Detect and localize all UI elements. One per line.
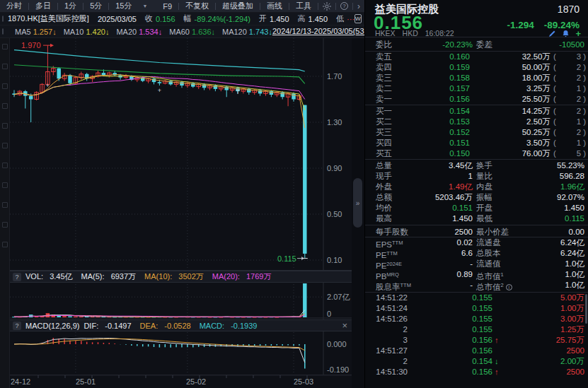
indicator-help-icon[interactable]: ? (13, 273, 21, 281)
bid-row-3-price: 0.152 (406, 127, 470, 138)
bid-list: 买一0.15414.25万(2)买二0.1532.50万(1)买三0.15250… (365, 106, 588, 159)
svg-text:T: T (236, 88, 240, 95)
ask-row-5-label: 卖五 (376, 52, 392, 62)
ask-row-1-price: 0.156 (406, 94, 470, 105)
tick-time: 14:51:30 (371, 367, 408, 377)
vol-value: 3.45亿 (50, 272, 72, 281)
dea-value: -0.0528 (164, 322, 190, 330)
tick-row: 20.154↓2.00万 (365, 356, 588, 367)
stat-value: 2500 (404, 227, 473, 237)
weibi-label: 委比 (376, 40, 392, 50)
draw-line-button[interactable]: 画线 (260, 1, 289, 11)
close-pane-icon[interactable]: × (342, 320, 347, 331)
settings-gear-icon[interactable] (318, 2, 335, 11)
main-chart[interactable]: 1.701.300.900.500.102.07亿00.000-0.1901.9… (10, 38, 352, 388)
stat-value: 6.6 (404, 248, 473, 259)
help-icon[interactable]: ? (336, 2, 352, 10)
expand-chevron-icon[interactable]: › (353, 1, 364, 11)
interval-dropdown-icon[interactable]: ▼ (139, 4, 152, 8)
ma60-value: 1.636↓ (192, 28, 215, 36)
bid-row-5[interactable]: 买五0.15076.00万(5) (365, 148, 588, 159)
tick-row: 14:51:300.156↑2500 (365, 367, 588, 377)
overlay-button[interactable]: 超级叠加 (216, 1, 260, 11)
svg-text:1.970: 1.970 (21, 41, 41, 49)
ask-row-5[interactable]: 卖五0.16032.50万(3) (365, 52, 588, 62)
tick-row: 14:51:240.1551.00万 (365, 303, 588, 314)
bid-row-1-label: 买一 (376, 106, 392, 117)
tools-button[interactable]: 工具 (289, 1, 318, 11)
ask-row-3[interactable]: 卖三0.15818.00万(2) (365, 73, 588, 83)
tool-icon[interactable] (2, 83, 8, 89)
stat-value: 1.450 (404, 213, 473, 224)
svg-text:0.10: 0.10 (327, 256, 342, 264)
macd-label: MACD: (200, 322, 224, 330)
tool-icon[interactable] (2, 182, 8, 188)
bid-row-3[interactable]: 买三0.15250.25万(2) (365, 127, 588, 138)
high-label: 高 (298, 13, 306, 24)
x-tick-label: 24-12 (11, 377, 30, 386)
stat-value: 0.89 (404, 269, 473, 280)
tool-icon[interactable] (2, 103, 8, 109)
stat-value: 1.0亿 (507, 259, 584, 269)
tick-scrollbar[interactable] (585, 294, 587, 324)
dif-value: -0.1497 (105, 322, 131, 330)
bid-row-4[interactable]: 买四0.1513.50万(1) (365, 138, 588, 148)
adjust-mode-button[interactable]: 不复权 (179, 1, 215, 11)
stat-value: 55.23% (507, 160, 584, 171)
svg-text:1.30: 1.30 (327, 118, 342, 127)
ask-row-4[interactable]: 卖四0.15950.00万(2) (365, 62, 588, 73)
chart-zone: 1.701.300.900.500.102.07亿00.000-0.1901.9… (10, 38, 352, 388)
ma10-label: MA10 (64, 28, 84, 36)
tick-row: 30.156↑25.75万 (365, 335, 588, 346)
stat-row: 总量3.45亿换手55.23% (365, 160, 588, 171)
bid-row-2[interactable]: 买二0.1532.50万(1) (365, 117, 588, 127)
ask-row-2-label: 卖二 (376, 83, 392, 94)
ask-row-1[interactable]: 卖一0.15625.50万(2) (365, 94, 588, 105)
stat-row: 总额5203.46万振幅92.07% (365, 192, 588, 203)
tick-row: 14:51:260.1553.00万 (365, 314, 588, 324)
tool-icon[interactable] (2, 242, 8, 247)
date-range-selector[interactable]: 2024/12/13-2025/03/05(53日) (272, 26, 374, 37)
down-arrow-icon: ↓ (495, 356, 503, 367)
stat-row: 股息率TTM-总市值2i1.0亿 (365, 280, 588, 290)
tick-price: 0.156 (449, 346, 492, 356)
indicator-help-icon[interactable]: ? (13, 322, 21, 330)
tick-price: 0.155 (449, 324, 492, 335)
tool-icon[interactable] (2, 64, 8, 69)
pct-value: -89.24%(-1.294) (195, 15, 251, 23)
indicator-mini-icon[interactable] (2, 28, 4, 35)
tick-time: 14:51:24 (371, 303, 408, 314)
bid-row-1[interactable]: 买一0.15414.25万(2) (365, 106, 588, 117)
tab-multiday[interactable]: 多日 (29, 1, 57, 11)
ask-row-5-volume: 32.50万 (473, 52, 550, 62)
macd-value: -0.1939 (231, 322, 257, 330)
ask-row-2[interactable]: 卖二0.1573.25万(1) (365, 83, 588, 94)
panel-collapse-handle[interactable]: » (353, 178, 362, 228)
tool-icon[interactable] (2, 202, 8, 208)
bid-row-5-volume: 76.00万 (473, 148, 550, 159)
tab-5min[interactable]: 5分 (83, 1, 108, 11)
tick-volume: 1.25万 (510, 324, 584, 335)
tab-timeshare[interactable]: 分时 (0, 1, 28, 11)
tab-1min[interactable]: 1分 (58, 1, 83, 11)
dea-label: DEA: (140, 322, 158, 330)
tool-icon[interactable] (2, 44, 8, 49)
ask-row-2-count: (1) (553, 83, 586, 94)
tool-icon[interactable] (2, 143, 8, 148)
tool-icon[interactable] (2, 123, 8, 129)
tick-volume: 1.00万 (510, 303, 584, 314)
tool-icon[interactable] (2, 163, 8, 168)
tool-icon[interactable] (2, 222, 8, 228)
doc-icon[interactable]: W (354, 14, 362, 23)
stock-code: 1870 (558, 4, 580, 15)
chart-mini-icon[interactable] (2, 16, 4, 22)
tab-15min[interactable]: 15分 (109, 1, 138, 11)
tick-time: 14:51:26 (371, 314, 408, 324)
low-value: ··· (347, 15, 354, 23)
stat-value: 0.00 (507, 227, 584, 237)
ask-row-2-price: 0.157 (406, 83, 470, 94)
tick-volume: 25.75万 (510, 335, 584, 346)
ma120-label: MA120 (222, 28, 247, 36)
f9-button[interactable]: F9 (156, 2, 178, 11)
x-tick-label: 25-02 (186, 377, 206, 386)
